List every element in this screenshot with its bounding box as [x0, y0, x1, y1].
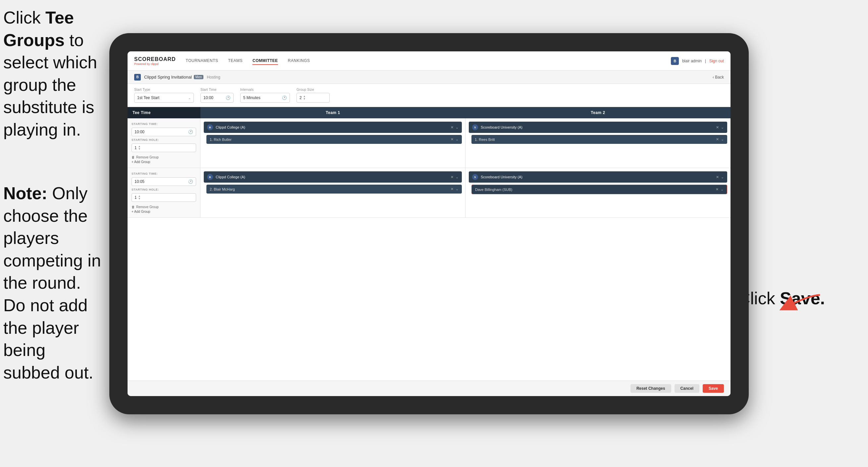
intervals-clock-icon: 🕐 — [282, 95, 287, 100]
hole-stepper-2[interactable]: ▲▼ — [138, 195, 141, 200]
group-2-team1-player-1[interactable]: 2. Blair McHarg ✕ ⌄ — [207, 185, 462, 194]
start-type-input[interactable]: 1st Tee Start ⌄ — [134, 93, 194, 103]
expand-icon-2: ⌄ — [721, 125, 724, 129]
settings-group-size: Group Size 2 ▲▼ — [297, 88, 330, 103]
time-icon-1: 🕐 — [188, 129, 193, 134]
nav-avatar: B — [671, 57, 679, 65]
close-icon-4: ✕ — [716, 175, 719, 179]
starting-hole-input-2[interactable]: 1 ▲▼ — [131, 193, 196, 202]
group-1-team2-card[interactable]: S Scoreboard University (A) ✕ ⌄ — [469, 122, 727, 133]
cancel-button[interactable]: Cancel — [675, 384, 700, 393]
group-2-team1-name: Clippd College (A) — [216, 175, 451, 179]
trash-icon-2: 🗑 — [131, 205, 135, 209]
nav-item-rankings[interactable]: RANKINGS — [288, 57, 310, 65]
breadcrumb-logo: B — [134, 74, 141, 81]
expand-icon-3: ⌄ — [456, 175, 459, 179]
group-2-team2-player-1-sub[interactable]: Dave Billingham (SUB) ✕ ⌄ — [471, 185, 727, 194]
group-2-team1-card[interactable]: B Clippd College (A) ✕ ⌄ — [204, 171, 462, 183]
save-button[interactable]: Save — [703, 384, 724, 393]
player-close-icon-2: ✕ — [716, 137, 719, 142]
group-1-team2-player-1[interactable]: 1. Rees Britt ✕ ⌄ — [471, 135, 727, 144]
group-2-team1-panel: B Clippd College (A) ✕ ⌄ 2. Blair McHarg… — [200, 168, 465, 217]
breadcrumb-badge: Men — [194, 75, 204, 79]
nav-bar: SCOREBOARD Powered by clippd TOURNAMENTS… — [128, 51, 731, 70]
start-time-input[interactable]: 10:00 🕐 — [200, 93, 234, 103]
group-size-stepper[interactable]: ▲▼ — [303, 95, 306, 100]
starting-hole-label-1: STARTING HOLE: — [131, 138, 196, 142]
close-icon-3: ✕ — [451, 175, 454, 179]
intervals-input[interactable]: 5 Minutes 🕐 — [240, 93, 290, 103]
start-time-label: Start Time — [200, 88, 234, 91]
starting-hole-input-1[interactable]: 1 ▲▼ — [131, 144, 196, 152]
breadcrumb-bar: B Clippd Spring Invitational Men Hosting… — [128, 70, 731, 84]
settings-row: Start Type 1st Tee Start ⌄ Start Time 10… — [128, 84, 731, 107]
group-2-team2-card[interactable]: S Scoreboard University (A) ✕ ⌄ — [469, 171, 727, 183]
group-1-team1-card[interactable]: B Clippd College (A) ✕ ⌄ — [204, 122, 462, 133]
settings-start-type: Start Type 1st Tee Start ⌄ — [134, 88, 194, 103]
group-1-team2-panel: S Scoreboard University (A) ✕ ⌄ 1. Rees … — [465, 118, 731, 168]
nav-separator: | — [705, 59, 706, 63]
nav-user: blair admin — [682, 59, 702, 63]
nav-sign-out[interactable]: Sign out — [709, 59, 724, 63]
group-2-team2-logo: S — [472, 174, 478, 180]
starting-time-input-1[interactable]: 10:00 🕐 — [131, 127, 196, 136]
player-expand-icon-3: ⌄ — [456, 187, 459, 191]
settings-intervals: Intervals 5 Minutes 🕐 — [240, 88, 290, 103]
remove-group-btn-1[interactable]: 🗑 Remove Group — [131, 155, 196, 159]
breadcrumb-title: Clippd Spring Invitational — [144, 75, 192, 80]
group-row-2: STARTING TIME: 10:05 🕐 STARTING HOLE: 1 … — [128, 168, 731, 218]
nav-item-committee[interactable]: COMMITTEE — [252, 57, 278, 65]
group-2-actions: 🗑 Remove Group + Add Group — [131, 205, 196, 213]
group-1-team1-player-1[interactable]: 1. Rich Butler ✕ ⌄ — [207, 135, 462, 144]
group-2-team2-panel: S Scoreboard University (A) ✕ ⌄ Dave Bil… — [465, 168, 731, 217]
nav-item-teams[interactable]: TEAMS — [228, 57, 243, 65]
player-close-icon-3: ✕ — [451, 187, 454, 191]
group-row-1: STARTING TIME: 10:00 🕐 STARTING HOLE: 1 … — [128, 118, 731, 168]
group-2-team1-actions: ✕ ⌄ — [451, 175, 459, 179]
col-tee-time: Tee Time — [128, 107, 200, 118]
close-icon: ✕ — [451, 125, 454, 129]
group-1-team2-actions: ✕ ⌄ — [716, 125, 724, 129]
nav-items: TOURNAMENTS TEAMS COMMITTEE RANKINGS — [186, 57, 671, 65]
start-type-label: Start Type — [134, 88, 194, 91]
starting-time-input-2[interactable]: 10:05 🕐 — [131, 177, 196, 186]
col-team1: Team 1 — [200, 107, 465, 118]
footer: Reset Changes Cancel Save — [128, 380, 731, 396]
add-group-btn-2[interactable]: + Add Group — [131, 210, 196, 213]
reset-changes-button[interactable]: Reset Changes — [630, 384, 671, 393]
note-text: Note: Only choose the players competing … — [3, 182, 106, 384]
hole-stepper-1[interactable]: ▲▼ — [138, 145, 141, 150]
player-expand-icon: ⌄ — [456, 137, 459, 142]
starting-hole-label-2: STARTING HOLE: — [131, 188, 196, 191]
clock-icon: 🕐 — [226, 95, 230, 100]
group-1-actions: 🗑 Remove Group + Add Group — [131, 155, 196, 164]
group-1-team1-panel: B Clippd College (A) ✕ ⌄ 1. Rich Butler … — [200, 118, 465, 168]
table-header: Tee Time Team 1 Team 2 — [128, 107, 731, 118]
group-1-team2-logo: S — [472, 124, 478, 130]
intervals-label: Intervals — [240, 88, 290, 91]
group-1-left-panel: STARTING TIME: 10:00 🕐 STARTING HOLE: 1 … — [128, 118, 200, 168]
time-icon-2: 🕐 — [188, 179, 193, 184]
group-2-team1-logo: B — [207, 174, 213, 180]
starting-time-label-1: STARTING TIME: — [131, 122, 196, 126]
trash-icon-1: 🗑 — [131, 155, 135, 159]
add-group-btn-1[interactable]: + Add Group — [131, 160, 196, 164]
group-size-input[interactable]: 2 ▲▼ — [297, 93, 330, 103]
breadcrumb-back[interactable]: ‹ Back — [713, 75, 724, 80]
close-icon-2: ✕ — [716, 125, 719, 129]
player-close-icon: ✕ — [451, 137, 454, 142]
nav-right: B blair admin | Sign out — [671, 57, 724, 65]
nav-logo-sub: Powered by clippd — [134, 62, 176, 66]
remove-group-btn-2[interactable]: 🗑 Remove Group — [131, 205, 196, 209]
nav-item-tournaments[interactable]: TOURNAMENTS — [186, 57, 218, 65]
group-2-team2-name: Scoreboard University (A) — [481, 175, 716, 179]
player-expand-icon-4: ⌄ — [720, 187, 723, 192]
player-close-icon-4: ✕ — [716, 187, 719, 192]
group-size-label: Group Size — [297, 88, 330, 91]
nav-logo: SCOREBOARD Powered by clippd — [134, 56, 176, 66]
group-1-team1-actions: ✕ ⌄ — [451, 125, 459, 129]
nav-logo-title: SCOREBOARD — [134, 56, 176, 62]
group-2-team2-actions: ✕ ⌄ — [716, 175, 724, 179]
player-expand-icon-2: ⌄ — [721, 137, 724, 142]
start-type-arrow: ⌄ — [188, 96, 191, 100]
